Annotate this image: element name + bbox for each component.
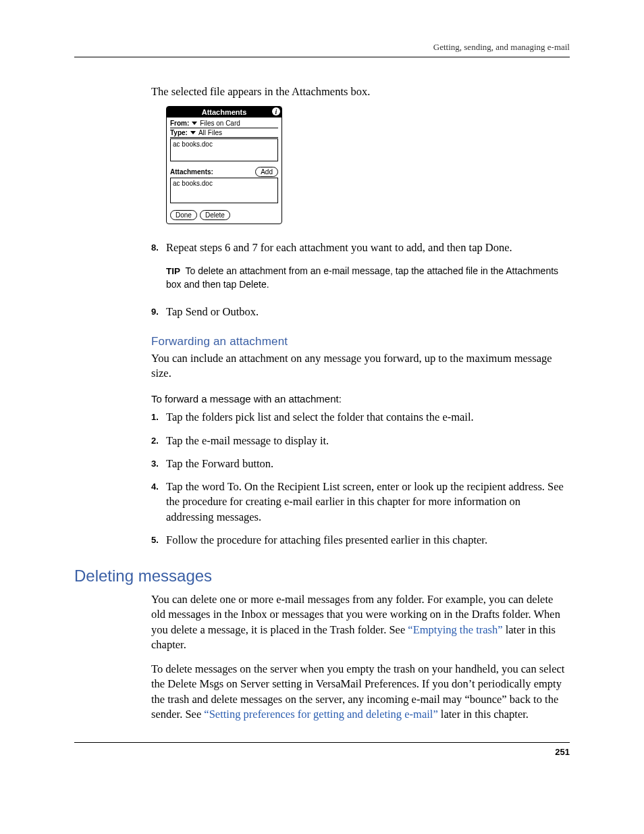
delete-para-2: To delete messages on the server when yo… bbox=[151, 662, 570, 722]
dialog-titlebar: Attachments i bbox=[167, 107, 281, 118]
file-list-item[interactable]: ac books.doc bbox=[173, 140, 213, 148]
from-row: From: Files on Card bbox=[170, 119, 278, 128]
info-icon[interactable]: i bbox=[272, 107, 280, 115]
add-button[interactable]: Add bbox=[255, 167, 278, 177]
fwd-step-3: 3. Tap the Forward button. bbox=[151, 457, 570, 471]
step-8: 8. Repeat steps 6 and 7 for each attachm… bbox=[151, 240, 570, 255]
step-text: Tap the folders pick list and select the… bbox=[166, 410, 474, 425]
dialog-title: Attachments bbox=[202, 108, 247, 116]
step-number: 3. bbox=[151, 457, 166, 469]
fwd-step-1: 1. Tap the folders pick list and select … bbox=[151, 410, 570, 425]
done-button[interactable]: Done bbox=[170, 210, 197, 220]
fwd-step-2: 2. Tap the e-mail message to display it. bbox=[151, 434, 570, 448]
footer-rule bbox=[74, 742, 570, 743]
step-number: 8. bbox=[151, 240, 166, 253]
tip-block: TIP To delete an attachment from an e-ma… bbox=[166, 264, 570, 292]
step-number: 2. bbox=[151, 434, 166, 446]
heading-deleting: Deleting messages bbox=[74, 567, 570, 585]
step-number: 4. bbox=[151, 479, 166, 492]
header-rule bbox=[74, 57, 570, 57]
step-text: Repeat steps 6 and 7 for each attachment… bbox=[166, 240, 512, 255]
dropdown-icon[interactable] bbox=[192, 122, 197, 125]
attachments-dialog: Attachments i From: Files on Card Type: … bbox=[166, 106, 282, 224]
type-label: Type: bbox=[170, 129, 188, 136]
delete-para-1: You can delete one or more e-mail messag… bbox=[151, 592, 570, 652]
step-text: Tap Send or Outbox. bbox=[166, 305, 259, 319]
subhead-procedure: To forward a message with an attachment: bbox=[151, 393, 570, 405]
tip-text: To delete an attachment from an e-mail m… bbox=[166, 265, 558, 290]
step-number: 1. bbox=[151, 410, 166, 422]
step-9: 9. Tap Send or Outbox. bbox=[151, 305, 570, 319]
step-number: 9. bbox=[151, 305, 166, 317]
type-value[interactable]: All Files bbox=[198, 129, 222, 136]
file-list[interactable]: ac books.doc bbox=[170, 138, 278, 161]
step-text: Follow the procedure for attaching files… bbox=[166, 533, 487, 548]
dropdown-icon[interactable] bbox=[190, 131, 196, 134]
page-number: 251 bbox=[74, 747, 570, 757]
fwd-step-4: 4. Tap the word To. On the Recipient Lis… bbox=[151, 479, 570, 525]
attachments-list[interactable]: ac books.doc bbox=[170, 178, 278, 203]
fwd-step-5: 5. Follow the procedure for attaching fi… bbox=[151, 533, 570, 548]
intro-paragraph: The selected file appears in the Attachm… bbox=[151, 84, 570, 99]
delete-button[interactable]: Delete bbox=[200, 210, 230, 220]
link-setting-preferences[interactable]: “Setting preferences for getting and del… bbox=[204, 708, 437, 721]
type-row: Type: All Files bbox=[170, 128, 278, 138]
running-header: Getting, sending, and managing e-mail bbox=[74, 42, 570, 53]
link-emptying-trash[interactable]: “Emptying the trash” bbox=[408, 623, 502, 636]
step-number: 5. bbox=[151, 533, 166, 545]
from-label: From: bbox=[170, 120, 189, 127]
attachments-list-item[interactable]: ac books.doc bbox=[173, 180, 213, 187]
attachments-label: Attachments: bbox=[170, 168, 213, 176]
forward-paragraph: You can include an attachment on any mes… bbox=[151, 351, 570, 382]
tip-label: TIP bbox=[166, 266, 180, 276]
step-text: Tap the Forward button. bbox=[166, 457, 273, 471]
step-text: Tap the word To. On the Recipient List s… bbox=[166, 479, 570, 525]
from-value[interactable]: Files on Card bbox=[200, 120, 240, 127]
heading-forwarding: Forwarding an attachment bbox=[151, 335, 570, 348]
step-text: Tap the e-mail message to display it. bbox=[166, 434, 329, 448]
